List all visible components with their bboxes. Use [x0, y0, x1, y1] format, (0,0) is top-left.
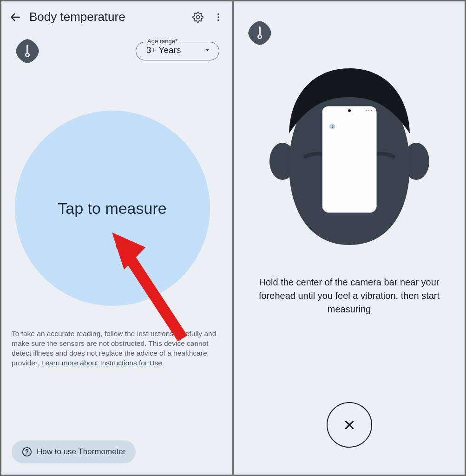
- head-with-phone-icon: [261, 64, 438, 250]
- svg-point-2: [217, 19, 219, 21]
- help-icon: [22, 447, 32, 457]
- measure-instruction-screen: Hold the center of the camera bar near y…: [234, 1, 465, 475]
- top-bar: Body temperature: [1, 1, 232, 29]
- svg-point-18: [371, 110, 372, 111]
- svg-point-5: [26, 54, 29, 56]
- close-icon: [342, 418, 356, 432]
- thermometer-badge: [14, 38, 40, 64]
- measure-area: Tap to measure: [1, 83, 232, 324]
- settings-button[interactable]: [191, 11, 204, 24]
- thermometer-badge: [234, 1, 465, 48]
- arrow-left-icon: [9, 11, 21, 23]
- age-range-label: Age range*: [144, 38, 180, 45]
- thermometer-badge-icon: [247, 20, 273, 46]
- svg-point-10: [259, 36, 261, 38]
- instructions-for-use-link[interactable]: Learn more about Instructions for Use: [41, 359, 162, 367]
- more-button[interactable]: [212, 11, 225, 24]
- thermometer-badge-icon: [14, 38, 40, 64]
- svg-point-1: [217, 16, 219, 18]
- svg-point-7: [26, 453, 27, 454]
- page-title: Body temperature: [29, 10, 184, 24]
- svg-point-20: [331, 127, 333, 128]
- svg-point-17: [368, 110, 369, 111]
- how-to-use-chip[interactable]: How to use Thermometer: [12, 440, 136, 463]
- svg-rect-13: [322, 106, 376, 212]
- chevron-down-icon: [204, 47, 210, 55]
- age-range-dropdown[interactable]: Age range* 3+ Years: [136, 42, 219, 60]
- body-temperature-screen: Body temperature Age range*: [1, 1, 232, 475]
- svg-rect-8: [259, 26, 261, 35]
- svg-point-16: [365, 110, 366, 111]
- how-to-use-label: How to use Thermometer: [37, 447, 125, 456]
- close-button[interactable]: [327, 402, 372, 448]
- disclaimer-text: To take an accurate reading, follow the …: [1, 329, 232, 368]
- badge-row: Age range* 3+ Years: [1, 29, 232, 64]
- tap-to-measure-label: Tap to measure: [58, 199, 166, 218]
- svg-point-0: [217, 13, 219, 15]
- svg-rect-3: [26, 45, 28, 53]
- age-range-value: 3+ Years: [146, 45, 181, 55]
- tap-to-measure-button[interactable]: Tap to measure: [15, 111, 210, 306]
- svg-rect-19: [332, 125, 332, 127]
- forehead-illustration: [234, 64, 465, 250]
- gear-icon: [192, 12, 203, 23]
- more-vertical-icon: [213, 12, 223, 22]
- instruction-text: Hold the center of the camera bar near y…: [234, 276, 465, 316]
- back-button[interactable]: [9, 11, 22, 24]
- svg-point-15: [348, 109, 351, 112]
